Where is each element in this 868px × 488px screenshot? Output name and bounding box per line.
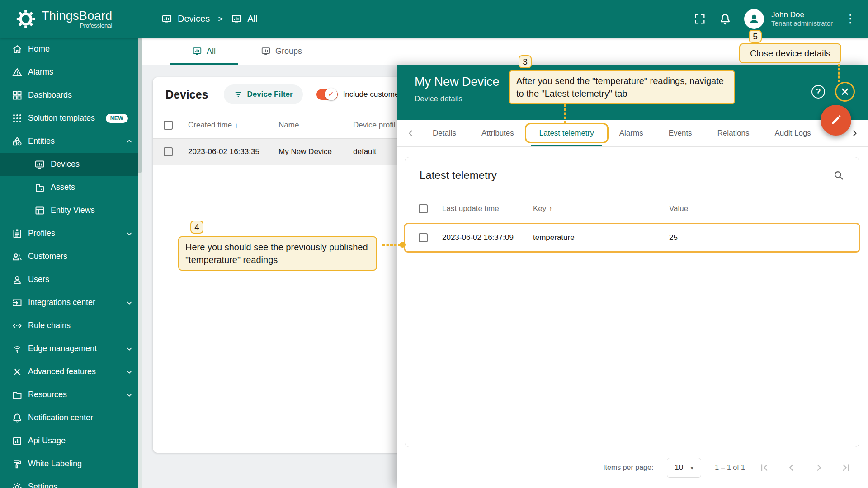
- sidebar-item-settings[interactable]: Settings: [0, 475, 142, 488]
- tab-audit-logs[interactable]: Audit Logs: [762, 120, 824, 146]
- tab-latest-telemetry[interactable]: Latest telemetry: [527, 120, 607, 146]
- sidebar-item-advanced-features[interactable]: Advanced features: [0, 360, 142, 383]
- sidebar-item-solution-templates[interactable]: Solution templatesNEW: [0, 107, 142, 130]
- sidebar-item-devices[interactable]: Devices: [0, 153, 142, 176]
- first-page-button[interactable]: [759, 462, 770, 474]
- edge-icon: [12, 343, 23, 354]
- rule-chains-icon: [12, 320, 23, 331]
- device-details-panel: My New Device Device details ? ✕ Details…: [397, 65, 868, 488]
- thingsboard-logo[interactable]: ThingsBoard Professional: [0, 9, 142, 29]
- sidebar-item-label: Customers: [28, 252, 67, 261]
- more-menu-button[interactable]: ⋮: [844, 12, 856, 26]
- breadcrumb: Devices > All: [161, 14, 257, 24]
- next-page-button[interactable]: [813, 462, 825, 474]
- sidebar-item-label: Advanced features: [28, 367, 96, 376]
- warning-icon: [12, 67, 23, 78]
- tab-events[interactable]: Events: [656, 120, 705, 146]
- sidebar-item-rule-chains[interactable]: Rule chains: [0, 314, 142, 337]
- sidebar-item-alarms[interactable]: Alarms: [0, 61, 142, 84]
- sidebar-item-edge-management[interactable]: Edge management: [0, 337, 142, 360]
- last-page-button[interactable]: [840, 462, 852, 474]
- sidebar-item-profiles[interactable]: Profiles: [0, 222, 142, 245]
- breadcrumb-devices[interactable]: Devices: [178, 14, 210, 24]
- fullscreen-button[interactable]: [693, 12, 707, 26]
- sidebar-item-users[interactable]: Users: [0, 268, 142, 291]
- users-icon: [12, 274, 23, 285]
- breadcrumb-all[interactable]: All: [247, 14, 257, 24]
- help-button[interactable]: ?: [811, 85, 825, 99]
- paginator: Items per page: 10 ▾ 1 – 1 of 1: [603, 456, 852, 479]
- column-key[interactable]: Key↑: [533, 204, 669, 213]
- telemetry-row[interactable]: 2023-06-02 16:37:09 temperature 25: [405, 224, 859, 251]
- avatar[interactable]: [744, 9, 764, 29]
- page-range: 1 – 1 of 1: [715, 464, 745, 472]
- sidebar-item-label: Resources: [28, 390, 67, 399]
- edit-device-fab[interactable]: [821, 105, 851, 136]
- telemetry-heading: Latest telemetry: [420, 169, 497, 182]
- column-value[interactable]: Value: [669, 204, 859, 213]
- logo-gear-icon: [15, 9, 36, 29]
- page-size-select[interactable]: 10 ▾: [667, 458, 701, 478]
- column-name[interactable]: Name: [278, 121, 353, 130]
- search-button[interactable]: [833, 169, 844, 181]
- sidebar-item-customers[interactable]: Customers: [0, 245, 142, 268]
- notification-icon: [12, 413, 23, 423]
- last-page-icon: [840, 462, 852, 474]
- groups-tab-icon: [261, 46, 271, 56]
- pencil-icon: [830, 114, 842, 127]
- chevron-right-icon: [813, 462, 825, 474]
- tab-all[interactable]: All: [170, 38, 238, 65]
- tab-attributes[interactable]: Attributes: [469, 120, 527, 146]
- column-created-time[interactable]: Created time↓: [188, 121, 278, 130]
- sidebar-item-entities[interactable]: Entities: [0, 130, 142, 153]
- telemetry-value: 25: [669, 233, 859, 242]
- sidebar-item-label: Entity Views: [51, 206, 95, 215]
- column-key-label: Key: [533, 204, 546, 213]
- tools-icon: [12, 366, 23, 377]
- sidebar-scrollbar[interactable]: [138, 38, 142, 488]
- select-all-checkbox[interactable]: [164, 121, 173, 130]
- notifications-button[interactable]: [719, 12, 732, 26]
- sidebar-item-assets[interactable]: Assets: [0, 176, 142, 199]
- tab-groups[interactable]: Groups: [238, 38, 325, 65]
- tab-relations[interactable]: Relations: [705, 120, 762, 146]
- chevron-down-icon: [124, 367, 134, 377]
- sidebar-scrollbar-thumb[interactable]: [138, 38, 142, 173]
- gear-icon: [12, 482, 23, 488]
- tabs-scroll-left-button[interactable]: [402, 120, 420, 146]
- sidebar-item-integrations-center[interactable]: Integrations center: [0, 291, 142, 314]
- sidebar-item-white-labeling[interactable]: White Labeling: [0, 452, 142, 475]
- tab-latest-telemetry-label: Latest telemetry: [539, 129, 594, 138]
- tab-details[interactable]: Details: [420, 120, 469, 146]
- sidebar-item-label: Users: [28, 275, 49, 284]
- chevron-down-icon: [124, 229, 134, 239]
- logo-subtitle: Professional: [42, 22, 112, 29]
- topbar-actions: John Doe Tenant administrator ⋮: [693, 9, 868, 29]
- chevron-up-icon: [124, 136, 134, 146]
- include-customer-toggle[interactable]: ✓: [316, 89, 338, 100]
- column-last-update-time[interactable]: Last update time: [442, 204, 533, 213]
- chevron-down-icon: [124, 298, 134, 308]
- user-name: John Doe: [771, 10, 833, 19]
- sidebar-item-api-usage[interactable]: Api Usage: [0, 429, 142, 452]
- api-usage-icon: [12, 436, 23, 446]
- home-icon: [12, 44, 23, 55]
- sidebar-item-resources[interactable]: Resources: [0, 383, 142, 406]
- sidebar-item-notification-center[interactable]: Notification center: [0, 406, 142, 429]
- sidebar-item-label: Solution templates: [28, 113, 95, 123]
- help-icon: ?: [816, 87, 821, 97]
- tab-alarms[interactable]: Alarms: [607, 120, 656, 146]
- sidebar-item-dashboards[interactable]: Dashboards: [0, 84, 142, 107]
- row-checkbox[interactable]: [419, 233, 428, 242]
- search-icon: [833, 169, 844, 181]
- sidebar-item-entity-views[interactable]: Entity Views: [0, 199, 142, 222]
- close-details-button[interactable]: ✕: [837, 84, 853, 99]
- select-all-checkbox[interactable]: [419, 204, 428, 213]
- device-filter-button[interactable]: Device Filter: [224, 84, 303, 104]
- sort-desc-icon: ↓: [235, 121, 238, 129]
- apps-icon: [12, 113, 23, 124]
- previous-page-button[interactable]: [786, 462, 797, 474]
- step-5-callout: Close device details: [739, 43, 841, 63]
- sidebar-item-home[interactable]: Home: [0, 38, 142, 61]
- row-checkbox[interactable]: [164, 147, 173, 156]
